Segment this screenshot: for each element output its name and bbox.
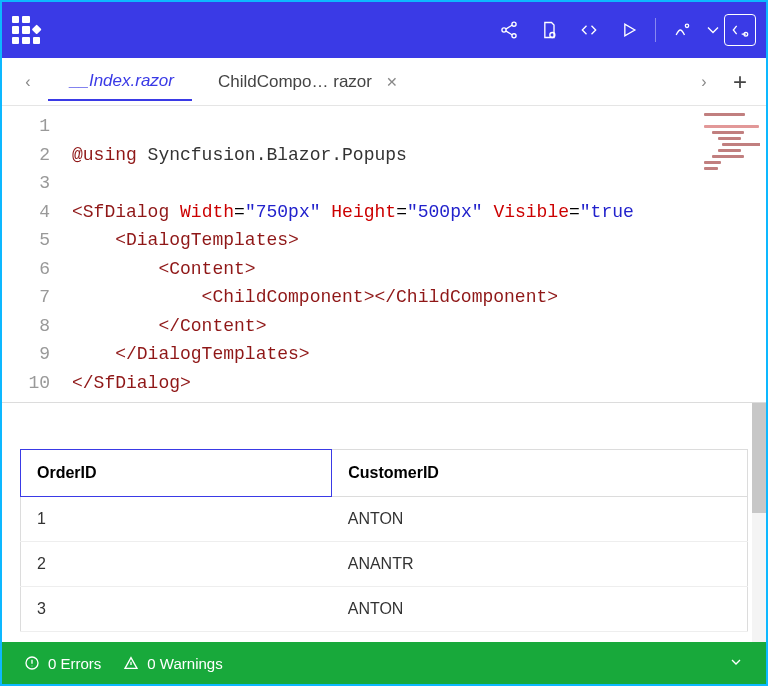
warnings-label: 0 Warnings	[147, 655, 222, 672]
tab-childcomponent-razor[interactable]: ChildCompo… razor ✕	[196, 64, 416, 100]
table-row[interactable]: 2 ANANTR	[21, 542, 748, 587]
code-editor[interactable]: 1 2 3 4 5 6 7 8 9 10 @using Syncfusion.B…	[2, 106, 766, 402]
column-header-orderid[interactable]: OrderID	[21, 450, 332, 497]
minimap[interactable]	[702, 110, 760, 190]
app-logo-icon[interactable]	[12, 16, 40, 44]
warnings-indicator[interactable]: 0 Warnings	[123, 655, 222, 672]
tab-next-button[interactable]: ›	[688, 66, 720, 98]
line-gutter: 1 2 3 4 5 6 7 8 9 10	[2, 106, 64, 402]
tab-index-razor[interactable]: __Index.razor	[48, 63, 192, 101]
panel-settings-icon[interactable]	[724, 14, 756, 46]
toolbar-separator	[655, 18, 656, 42]
column-header-customerid[interactable]: CustomerID	[332, 450, 748, 497]
format-icon[interactable]	[662, 10, 702, 50]
tab-label: ChildCompo… razor	[218, 72, 372, 92]
status-bar: 0 Errors 0 Warnings	[2, 642, 766, 684]
errors-indicator[interactable]: 0 Errors	[24, 655, 101, 672]
errors-label: 0 Errors	[48, 655, 101, 672]
preview-panel: OrderID CustomerID 1 ANTON 2 ANANTR 3 AN…	[2, 402, 766, 642]
close-icon[interactable]: ✕	[386, 74, 398, 90]
top-toolbar	[2, 2, 766, 58]
table-row[interactable]: 3 ANTON	[21, 587, 748, 632]
svg-point-5	[744, 32, 748, 36]
table-row[interactable]: 1 ANTON	[21, 497, 748, 542]
svg-point-4	[685, 24, 688, 27]
tab-label: __Index.razor	[70, 71, 174, 91]
scrollbar-thumb[interactable]	[752, 403, 766, 513]
share-icon[interactable]	[489, 10, 529, 50]
code-content[interactable]: @using Syncfusion.Blazor.Popups <SfDialo…	[64, 106, 766, 402]
tab-bar: ‹ __Index.razor ChildCompo… razor ✕ › +	[2, 58, 766, 106]
run-icon[interactable]	[609, 10, 649, 50]
code-icon[interactable]	[569, 10, 609, 50]
data-grid[interactable]: OrderID CustomerID 1 ANTON 2 ANANTR 3 AN…	[20, 449, 748, 632]
status-expand-icon[interactable]	[728, 654, 744, 673]
tab-prev-button[interactable]: ‹	[12, 66, 44, 98]
file-settings-icon[interactable]	[529, 10, 569, 50]
add-tab-button[interactable]: +	[724, 66, 756, 98]
dropdown-icon[interactable]	[702, 10, 724, 50]
